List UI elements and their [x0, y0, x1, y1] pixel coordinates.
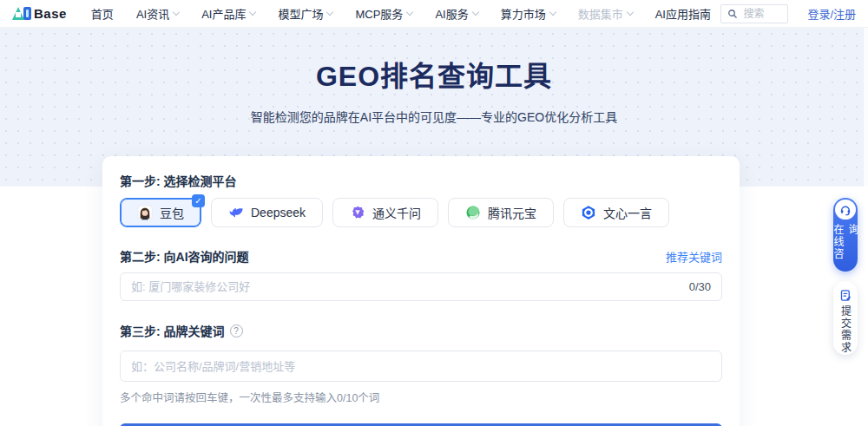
chevron-down-icon [249, 9, 256, 16]
platform-label: 豆包 [160, 204, 184, 221]
help-icon[interactable]: ? [230, 324, 243, 338]
page-subtitle: 智能检测您的品牌在AI平台中的可见度——专业的GEO优化分析工具 [0, 108, 868, 125]
chevron-down-icon [173, 9, 180, 16]
nav-item-mcp-service[interactable]: MCP服务 [355, 5, 412, 22]
platform-deepseek-button[interactable]: Deepseek [211, 198, 323, 227]
nav-item-ai-service[interactable]: AI服务 [435, 5, 477, 22]
deepseek-whale-icon [228, 205, 244, 220]
top-navbar: Base 首页 AI资讯 AI产品库 模型广场 MCP服务 AI服务 算力市场 … [0, 0, 868, 28]
step2-label: 第二步: 向AI咨询的问题 [120, 247, 249, 265]
platform-yuanbao-button[interactable]: 腾讯元宝 [448, 198, 554, 227]
nav-item-ai-products[interactable]: AI产品库 [201, 5, 255, 22]
chevron-down-icon [406, 9, 413, 16]
document-edit-icon [839, 289, 852, 302]
check-icon: ✓ [192, 194, 205, 207]
page: Base 首页 AI资讯 AI产品库 模型广场 MCP服务 AI服务 算力市场 … [0, 0, 868, 426]
online-consult-button[interactable]: 在线咨询 [833, 198, 858, 272]
question-counter: 0/30 [689, 280, 711, 293]
online-consult-label: 在线咨询 [831, 224, 860, 272]
nav-item-ai-news[interactable]: AI资讯 [136, 5, 179, 22]
question-input[interactable] [131, 280, 681, 293]
site-logo[interactable]: Base [12, 6, 67, 21]
search-input[interactable] [743, 8, 781, 20]
brand-keywords-field [120, 351, 722, 382]
submit-requirement-label: 提交需求 [838, 305, 853, 354]
tongyi-qianwen-icon [350, 205, 365, 220]
headset-icon [835, 200, 856, 220]
chevron-down-icon [549, 9, 556, 16]
platform-label: Deepseek [251, 206, 306, 220]
nav-item-model-plaza[interactable]: 模型广场 [278, 5, 332, 22]
question-field: 0/30 [120, 272, 722, 301]
brand-keywords-hint: 多个命中词请按回车键，一次性最多支持输入0/10个词 [120, 389, 722, 405]
brand-keywords-input[interactable] [131, 360, 711, 373]
step1-label: 第一步: 选择检测平台 [120, 172, 722, 189]
platform-label: 文心一言 [603, 204, 652, 221]
platform-label: 腾讯元宝 [488, 204, 536, 221]
platform-label: 通义千问 [372, 204, 421, 221]
step3-label: 第三步: 品牌关键词 [120, 322, 225, 339]
search-icon [727, 9, 738, 19]
platform-wenxin-button[interactable]: 文心一言 [563, 198, 669, 227]
platform-tongyi-button[interactable]: 通义千问 [332, 198, 438, 227]
tencent-yuanbao-icon [465, 205, 481, 220]
main-nav: 首页 AI资讯 AI产品库 模型广场 MCP服务 AI服务 算力市场 数据集市 … [91, 5, 711, 22]
login-register-link[interactable]: 登录/注册 [807, 5, 856, 22]
doubao-avatar-icon [137, 205, 153, 220]
geo-tool-card: 第一步: 选择检测平台 豆包 ✓ Deepseek 通义千问 [102, 156, 740, 426]
logo-text: Base [34, 6, 67, 21]
submit-requirement-button[interactable]: 提交需求 [833, 281, 858, 355]
wenxin-yiyan-icon [581, 205, 596, 220]
chevron-down-icon [471, 9, 478, 16]
chevron-down-icon [626, 9, 633, 16]
chevron-down-icon [326, 9, 333, 16]
ai-logo-icon [12, 6, 31, 21]
recommend-keywords-link[interactable]: 推荐关键词 [666, 248, 722, 265]
nav-item-computing-market[interactable]: 算力市场 [501, 5, 556, 22]
nav-item-data-market[interactable]: 数据集市 [578, 5, 633, 22]
platform-selector: 豆包 ✓ Deepseek 通义千问 腾讯元宝 [120, 198, 722, 227]
nav-item-home[interactable]: 首页 [91, 5, 114, 22]
page-title: GEO排名查询工具 [0, 54, 868, 94]
nav-item-ai-app-guide[interactable]: AI应用指南 [655, 5, 711, 22]
scrollbar-track[interactable] [863, 28, 868, 187]
search-box[interactable] [720, 4, 788, 23]
platform-doubao-button[interactable]: 豆包 ✓ [120, 198, 201, 227]
